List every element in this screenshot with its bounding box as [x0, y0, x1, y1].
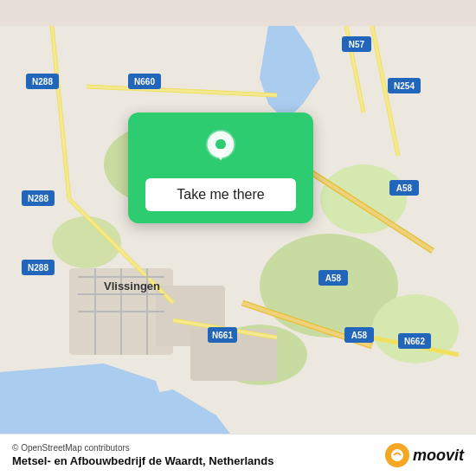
attribution-text: © OpenStreetMap contributors: [12, 443, 273, 453]
location-name-text: Metsel- en Afbouwbedrijf de Waardt, Neth…: [12, 454, 273, 467]
svg-text:Vlissingen: Vlissingen: [104, 280, 160, 293]
moovit-dot-icon: [385, 443, 409, 467]
moovit-logo: moovit: [385, 443, 464, 467]
svg-text:N661: N661: [212, 331, 233, 340]
svg-text:N288: N288: [32, 77, 53, 87]
svg-text:N288: N288: [28, 194, 48, 203]
svg-text:A58: A58: [396, 183, 413, 193]
svg-text:N254: N254: [394, 81, 415, 91]
bottom-left-info: © OpenStreetMap contributors Metsel- en …: [12, 443, 273, 467]
svg-text:N662: N662: [404, 337, 425, 346]
svg-text:N288: N288: [28, 263, 48, 273]
bottom-bar: © OpenStreetMap contributors Metsel- en …: [0, 434, 476, 476]
map-background: N57 N288 N660 N254 N660 N288 A58 N288 A5…: [0, 0, 476, 476]
location-pin-icon: [200, 128, 241, 170]
svg-text:A58: A58: [351, 331, 368, 340]
svg-text:N57: N57: [349, 40, 365, 49]
take-me-there-button[interactable]: Take me there: [145, 178, 296, 211]
svg-point-63: [215, 139, 226, 150]
map-container: N57 N288 N660 N254 N660 N288 A58 N288 A5…: [0, 0, 476, 476]
svg-text:A58: A58: [325, 273, 342, 283]
popup-card: Take me there: [128, 113, 313, 223]
svg-point-65: [391, 449, 403, 461]
moovit-label: moovit: [413, 447, 464, 465]
svg-text:N660: N660: [134, 77, 155, 87]
